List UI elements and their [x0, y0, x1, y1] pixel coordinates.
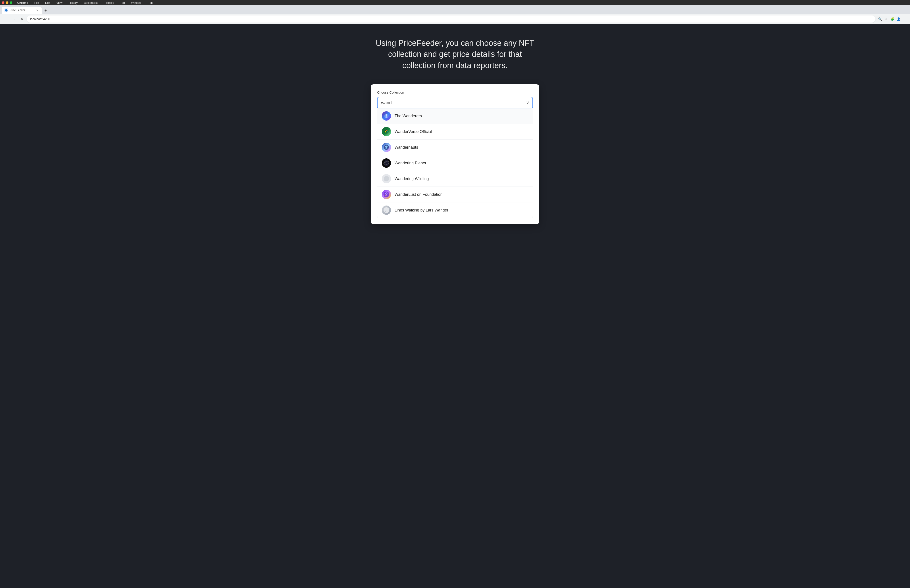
address-input[interactable]: [27, 16, 876, 23]
collection-name-wanderers: The Wanderers: [394, 114, 422, 118]
avatar-wanderlust: [382, 190, 391, 199]
tab-favicon: 🔵: [5, 8, 8, 12]
avatar-wandernauts: [382, 143, 391, 152]
new-tab-button[interactable]: +: [42, 8, 48, 14]
svg-point-9: [386, 146, 387, 147]
svg-point-13: [383, 160, 389, 166]
svg-rect-11: [386, 147, 387, 149]
hero-text: Using PriceFeeder, you can choose any NF…: [371, 37, 539, 71]
collection-search-input[interactable]: [377, 97, 533, 108]
menu-view[interactable]: View: [55, 1, 64, 5]
close-button[interactable]: [2, 1, 5, 4]
collection-name-lars: Lines Walking by Lars Wander: [394, 208, 448, 213]
svg-point-10: [386, 146, 386, 147]
collection-name-wanderverse: WanderVerse Official: [394, 129, 432, 134]
address-icons: 🔍 ☆ 🧩 👤 ⋮: [877, 16, 907, 22]
svg-rect-16: [384, 176, 389, 181]
svg-point-6: [387, 131, 388, 132]
collection-name-wanderlust: WanderLust on Foundation: [394, 192, 442, 197]
profile-icon[interactable]: 👤: [896, 16, 901, 22]
menu-history[interactable]: History: [67, 1, 79, 5]
svg-point-5: [385, 132, 386, 132]
collection-card: Choose Collection ∨ The Wanderers: [371, 84, 539, 224]
tab-label: Price Feeder: [10, 9, 34, 12]
collection-label: Choose Collection: [377, 90, 533, 94]
menu-bookmarks[interactable]: Bookmarks: [82, 1, 100, 5]
maximize-button[interactable]: [10, 1, 12, 4]
collection-item-wandernauts[interactable]: Wandernauts: [377, 140, 533, 155]
refresh-button[interactable]: ↻: [19, 16, 25, 22]
collection-item-wandering-wildling[interactable]: Wandering Wildling: [377, 171, 533, 187]
main-content: Using PriceFeeder, you can choose any NF…: [0, 24, 910, 582]
avatar-wanderers: [382, 111, 391, 121]
menu-tab[interactable]: Tab: [119, 1, 126, 5]
collection-item-wandering-planet[interactable]: Wandering Planet: [377, 155, 533, 171]
avatar-wanderverse: [382, 127, 391, 136]
collection-item-wanderverse[interactable]: WanderVerse Official: [377, 124, 533, 140]
traffic-lights: [2, 1, 12, 4]
menu-file[interactable]: File: [33, 1, 40, 5]
back-button[interactable]: ←: [3, 16, 9, 22]
svg-point-19: [386, 193, 387, 194]
minimize-button[interactable]: [6, 1, 8, 4]
avatar-wandering-wildling: [382, 174, 391, 183]
extensions-icon[interactable]: 🧩: [890, 16, 895, 22]
zoom-icon[interactable]: 🔍: [877, 16, 883, 22]
active-tab[interactable]: 🔵 Price Feeder ✕: [2, 6, 42, 14]
svg-point-15: [385, 162, 386, 163]
collection-name-wandernauts: Wandernauts: [394, 145, 418, 150]
collection-item-lars[interactable]: Lines Walking by Lars Wander: [377, 202, 533, 218]
collection-item-wanderers[interactable]: The Wanderers: [377, 108, 533, 124]
svg-point-1: [386, 114, 387, 116]
tab-bar: 🔵 Price Feeder ✕ +: [0, 5, 910, 14]
bookmark-icon[interactable]: ☆: [883, 16, 889, 22]
svg-point-2: [385, 116, 388, 118]
menu-window[interactable]: Window: [130, 1, 142, 5]
search-input-wrapper: ∨: [377, 97, 533, 108]
menu-profiles[interactable]: Profiles: [103, 1, 115, 5]
tab-close-button[interactable]: ✕: [36, 8, 39, 12]
collection-name-wandering-wildling: Wandering Wildling: [394, 176, 429, 181]
svg-point-4: [386, 130, 387, 131]
macos-menu-bar: Chrome File Edit View History Bookmarks …: [0, 0, 910, 5]
menu-help[interactable]: Help: [146, 1, 155, 5]
dropdown-list: The Wanderers WanderVerse Official: [377, 108, 533, 218]
menu-icon[interactable]: ⋮: [902, 16, 907, 22]
collection-item-wanderlust[interactable]: WanderLust on Foundation: [377, 187, 533, 202]
svg-point-20: [385, 195, 386, 196]
collection-name-wandering-planet: Wandering Planet: [394, 161, 426, 165]
menu-edit[interactable]: Edit: [44, 1, 51, 5]
avatar-wandering-planet: [382, 158, 391, 168]
address-bar: ← → ↻ 🔍 ☆ 🧩 👤 ⋮: [0, 14, 910, 24]
avatar-lars: [382, 205, 391, 215]
forward-button[interactable]: →: [11, 16, 17, 22]
svg-point-21: [383, 207, 389, 213]
menu-chrome[interactable]: Chrome: [16, 1, 29, 5]
